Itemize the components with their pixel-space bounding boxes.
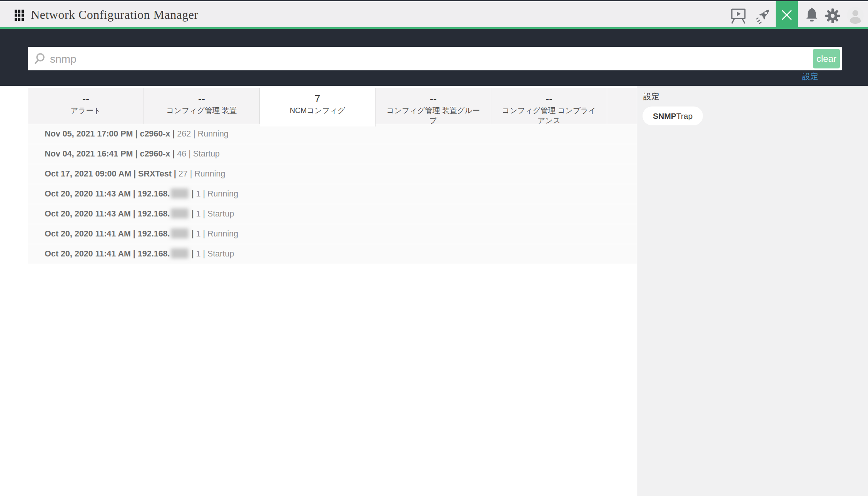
result-row[interactable]: Nov 05, 2021 17:00 PM | c2960-x | 262 | … <box>28 124 637 144</box>
result-tab[interactable]: -- コンフィグ管理 装置 <box>144 88 260 124</box>
app-header: Network Configuration Manager <box>0 1 868 27</box>
result-tab[interactable]: -- コンフィグ管理 装置グループ <box>376 88 491 124</box>
row-prefix: Oct 17, 2021 09:00 AM | SRXTest | <box>45 169 176 178</box>
row-suffix: 1 | Running <box>196 229 239 238</box>
tab-label: アラート <box>28 105 144 115</box>
result-tab[interactable]: -- コンフィグ管理 コンプライアンス <box>491 88 607 124</box>
page-title: Network Configuration Manager <box>31 1 199 27</box>
row-suffix: 1 | Running <box>196 189 239 198</box>
tab-count: -- <box>144 93 259 105</box>
redacted-ip <box>171 248 189 258</box>
tab-label: コンフィグ管理 装置グループ <box>376 105 491 125</box>
tab-strip: -- アラート -- コンフィグ管理 装置 7 NCMコンフィグ -- コンフィ… <box>28 88 637 126</box>
row-suffix: 46 | Startup <box>177 149 220 158</box>
result-list: Nov 05, 2021 17:00 PM | c2960-x | 262 | … <box>28 124 637 264</box>
result-row[interactable]: Oct 20, 2020 11:41 AM | 192.168.| 1 | St… <box>28 244 637 264</box>
tab-count: -- <box>28 93 144 105</box>
row-suffix: 27 | Running <box>179 169 225 178</box>
row-separator: | <box>192 229 194 238</box>
result-row[interactable]: Nov 04, 2021 16:41 PM | c2960-x | 46 | S… <box>28 144 637 164</box>
row-suffix: 1 | Startup <box>196 249 234 258</box>
search-input[interactable] <box>49 47 774 71</box>
rocket-icon[interactable] <box>755 7 772 24</box>
training-board-icon[interactable] <box>730 7 747 24</box>
content-area: -- アラート -- コンフィグ管理 装置 7 NCMコンフィグ -- コンフィ… <box>0 86 868 496</box>
row-separator: | <box>192 249 194 258</box>
row-separator: | <box>192 209 194 218</box>
result-row[interactable]: Oct 20, 2020 11:43 AM | 192.168.| 1 | St… <box>28 204 637 224</box>
chip-label-rest: Trap <box>676 112 693 120</box>
row-prefix: Oct 20, 2020 11:43 AM | 192.168. <box>45 209 170 218</box>
close-icon <box>781 9 793 21</box>
row-prefix: Nov 04, 2021 16:41 PM | c2960-x | <box>45 149 175 158</box>
redacted-ip <box>171 228 189 238</box>
row-suffix: 1 | Startup <box>196 209 234 218</box>
redacted-ip <box>171 208 189 218</box>
panel-heading: 設定 <box>643 91 868 102</box>
row-separator: | <box>192 189 194 198</box>
tab-count: -- <box>376 93 491 105</box>
row-prefix: Nov 05, 2021 17:00 PM | c2960-x | <box>45 129 175 138</box>
snmptrap-chip[interactable]: SNMPTrap <box>643 107 703 125</box>
result-tab[interactable]: 7 NCMコンフィグ <box>260 88 376 126</box>
apps-grid-icon[interactable] <box>15 10 24 21</box>
row-prefix: Oct 20, 2020 11:41 AM | 192.168. <box>45 249 170 258</box>
chip-label-bold: SNMP <box>653 112 676 120</box>
results-area: -- アラート -- コンフィグ管理 装置 7 NCMコンフィグ -- コンフィ… <box>0 86 637 496</box>
tab-strip-filler <box>607 88 637 124</box>
search-icon <box>34 53 45 65</box>
tab-label: NCMコンフィグ <box>260 105 375 115</box>
settings-gear-icon[interactable] <box>824 7 841 25</box>
tab-label: コンフィグ管理 装置 <box>144 105 259 115</box>
result-row[interactable]: Oct 17, 2021 09:00 AM | SRXTest | 27 | R… <box>28 164 637 184</box>
row-suffix: 262 | Running <box>177 129 229 138</box>
result-row[interactable]: Oct 20, 2020 11:41 AM | 192.168.| 1 | Ru… <box>28 224 637 244</box>
row-prefix: Oct 20, 2020 11:41 AM | 192.168. <box>45 229 170 238</box>
tab-count: 7 <box>260 93 375 105</box>
notifications-bell-icon[interactable] <box>803 6 820 24</box>
close-search-button[interactable] <box>776 1 798 29</box>
search-settings-link[interactable]: 設定 <box>802 71 818 82</box>
settings-side-panel: 設定 SNMPTrap <box>637 86 868 496</box>
result-tab[interactable]: -- アラート <box>28 88 144 124</box>
clear-search-button[interactable]: clear <box>813 49 840 68</box>
search-box: clear <box>28 47 842 70</box>
redacted-ip <box>171 188 189 198</box>
user-avatar-icon[interactable] <box>847 7 864 24</box>
result-row[interactable]: Oct 20, 2020 11:43 AM | 192.168.| 1 | Ru… <box>28 184 637 204</box>
tab-count: -- <box>491 93 607 105</box>
search-band: clear 設定 <box>0 29 868 86</box>
row-prefix: Oct 20, 2020 11:43 AM | 192.168. <box>45 189 170 198</box>
tab-label: コンフィグ管理 コンプライアンス <box>491 105 607 125</box>
